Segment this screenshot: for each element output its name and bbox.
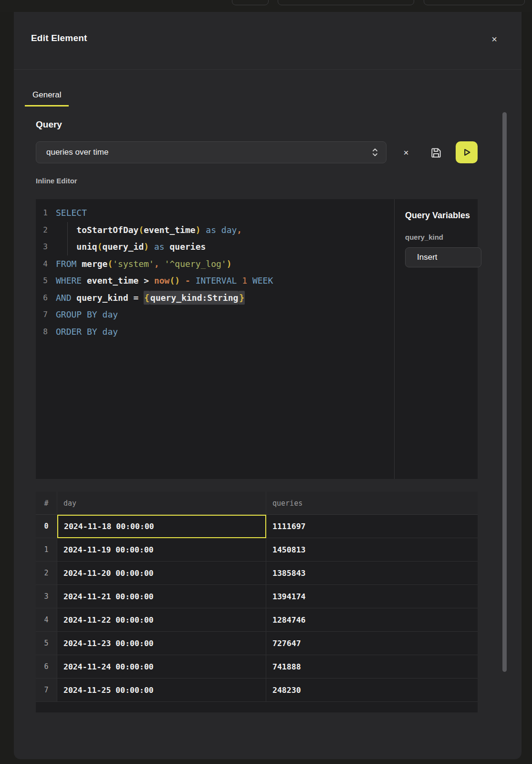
tab-general[interactable]: General [25,85,69,106]
code-text: uniq(query_id) as queries [56,242,206,252]
clear-icon: × [403,148,408,158]
line-number: 4 [36,259,56,268]
sql-editor[interactable]: 1SELECT2 toStartOfDay(event_time) as day… [36,199,394,479]
code-text: AND query_kind = {query_kind:String} [56,293,245,303]
variable-name-label: query_kind [405,233,478,241]
line-number: 5 [36,276,56,285]
code-lines: 1SELECT2 toStartOfDay(event_time) as day… [36,204,394,340]
table-row: 02024-11-18 00:00:001111697 [36,515,478,538]
code-text: FROM merge('system', '^query_log') [56,259,232,269]
query-variables-panel: Query Variables query_kind Insert [394,199,478,479]
query-select[interactable]: queries over time [36,141,386,163]
day-cell[interactable]: 2024-11-20 00:00:00 [57,562,266,585]
table-row: 52024-11-23 00:00:00727647 [36,632,478,655]
day-cell[interactable]: 2024-11-24 00:00:00 [57,655,266,679]
table-row: 72024-11-25 00:00:00248230 [36,679,478,702]
queries-cell[interactable]: 1450813 [266,538,478,562]
row-index-cell: 4 [36,608,57,632]
line-number: 1 [36,208,56,217]
code-line: 4FROM merge('system', '^query_log') [36,255,394,273]
queries-cell[interactable]: 1284746 [266,608,478,632]
tab-general-label: General [32,90,61,100]
column-header-queries: queries [266,492,478,515]
row-index-cell: 2 [36,562,57,585]
indent-guide [67,222,68,255]
table-row: 22024-11-20 00:00:001385843 [36,562,478,585]
table-row: 62024-11-24 00:00:00741888 [36,655,478,679]
column-header-index: # [36,492,57,515]
line-number: 6 [36,293,56,302]
code-line: 1SELECT [36,204,394,222]
code-text: ORDER BY day [56,327,118,337]
background-page-top [0,0,532,12]
query-results-table: # day queries 02024-11-18 00:00:00111169… [36,492,478,712]
query-variables-heading: Query Variables [405,211,478,221]
code-text: toStartOfDay(event_time) as day, [56,225,242,235]
code-text: SELECT [56,208,87,218]
day-cell[interactable]: 2024-11-22 00:00:00 [57,608,266,632]
close-icon[interactable]: × [487,32,501,46]
queries-cell[interactable]: 741888 [266,655,478,679]
background-toolbar-element [232,0,269,5]
row-index-cell: 0 [36,515,57,538]
floppy-save-icon [430,147,442,159]
day-cell[interactable]: 2024-11-25 00:00:00 [57,679,266,702]
code-line: 3 uniq(query_id) as queries [36,238,394,255]
query-select-value: queries over time [46,148,371,157]
line-number: 2 [36,225,56,234]
table-row: 42024-11-22 00:00:001284746 [36,608,478,632]
insert-variable-button[interactable]: Insert [405,247,481,267]
row-index-cell: 1 [36,538,57,562]
code-line: 7GROUP BY day [36,306,394,323]
modal-title: Edit Element [31,33,87,43]
row-index-cell: 5 [36,632,57,655]
table-row: 32024-11-21 00:00:001394174 [36,585,478,608]
inline-editor-label: Inline Editor [36,177,77,185]
day-cell[interactable]: 2024-11-21 00:00:00 [57,585,266,608]
line-number: 7 [36,310,56,319]
queries-cell[interactable]: 1394174 [266,585,478,608]
table-footer [36,702,478,712]
play-icon [460,146,473,159]
day-cell[interactable]: 2024-11-19 00:00:00 [57,538,266,562]
clear-query-button[interactable]: × [398,146,414,160]
queries-cell[interactable]: 727647 [266,632,478,655]
code-line: 8ORDER BY day [36,323,394,340]
table-row: 12024-11-19 00:00:001450813 [36,538,478,562]
code-text: GROUP BY day [56,309,118,319]
run-query-button[interactable] [456,141,478,163]
row-index-cell: 3 [36,585,57,608]
line-number: 3 [36,242,56,251]
header-divider [14,69,522,70]
chevron-up-down-icon [371,147,379,158]
code-line: 2 toStartOfDay(event_time) as day, [36,222,394,239]
save-query-button[interactable] [427,145,445,161]
queries-cell[interactable]: 1385843 [266,562,478,585]
row-index-cell: 7 [36,679,57,702]
column-header-day: day [57,492,266,515]
query-section-heading: Query [36,119,62,130]
line-number: 8 [36,327,56,336]
inline-editor-panel: 1SELECT2 toStartOfDay(event_time) as day… [36,199,478,479]
row-index-cell: 6 [36,655,57,679]
queries-cell[interactable]: 1111697 [266,515,478,538]
table-header-row: # day queries [36,492,478,515]
modal-scrollbar-thumb[interactable] [502,112,507,672]
edit-element-modal: Edit Element × General Query queries ove… [14,12,522,759]
table-body: 02024-11-18 00:00:00111169712024-11-19 0… [36,515,478,702]
code-text: WHERE event_time > now() - INTERVAL 1 WE… [56,276,273,286]
background-toolbar-element [424,0,525,5]
queries-cell[interactable]: 248230 [266,679,478,702]
code-line: 5WHERE event_time > now() - INTERVAL 1 W… [36,272,394,289]
day-cell[interactable]: 2024-11-23 00:00:00 [57,632,266,655]
day-cell[interactable]: 2024-11-18 00:00:00 [57,515,266,538]
background-toolbar-element [278,0,414,5]
code-line: 6AND query_kind = {query_kind:String} [36,289,394,307]
